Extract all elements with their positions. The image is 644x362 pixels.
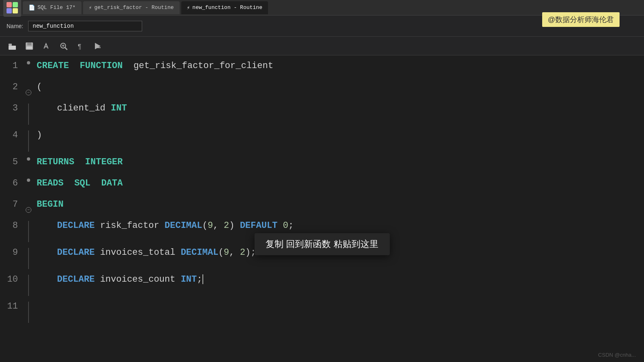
line-number-1: 1	[0, 55, 24, 77]
line-dot-6	[24, 173, 33, 182]
tab-sql-file-icon: 📄	[29, 4, 35, 11]
line-dot-11	[24, 296, 33, 323]
zoom-button[interactable]	[57, 40, 70, 53]
execute-button[interactable]	[91, 40, 104, 53]
code-line-10: 10 DECLARE invoices_count INT; 复制 回到新函数 …	[0, 269, 644, 296]
line-content-4: )	[33, 125, 644, 146]
code-line-5: 5 RETURNS INTEGER	[0, 152, 644, 173]
tab-new-function-label: new_function - Routine	[192, 4, 262, 11]
line-number-9: 9	[0, 242, 24, 263]
line-content-1: CREATE FUNCTION get_risk_factor_for_clie…	[33, 55, 644, 77]
line-number-2: 2	[0, 77, 24, 98]
code-area: 1 CREATE FUNCTION get_risk_factor_for_cl…	[0, 55, 644, 362]
csdn-watermark: CSDN @cnha...	[598, 352, 636, 358]
line-number-5: 5	[0, 152, 24, 173]
code-line-1: 1 CREATE FUNCTION get_risk_factor_for_cl…	[0, 55, 644, 77]
tab-new-function[interactable]: ⚡ new_function - Routine	[181, 1, 268, 14]
tab-sql-file-label: SQL File 17*	[37, 4, 76, 11]
svg-rect-4	[9, 44, 12, 46]
line-dot-3	[24, 98, 33, 125]
code-line-4: 4 )	[0, 125, 644, 152]
line-dot-2: −	[24, 77, 33, 95]
format-button[interactable]: ¶	[74, 40, 87, 53]
line-content-3: client_id INT	[33, 98, 644, 119]
name-input[interactable]	[28, 21, 142, 31]
line-dot-8	[24, 215, 33, 242]
collapse-btn-7[interactable]: −	[26, 207, 31, 213]
line-number-7: 7	[0, 194, 24, 215]
line-content-2: (	[33, 77, 644, 98]
svg-rect-3	[13, 8, 18, 13]
line-number-11: 11	[0, 296, 24, 317]
svg-text:¶: ¶	[78, 43, 81, 50]
tooltip-text: 复制 回到新函数 粘贴到这里	[266, 239, 378, 249]
line-content-10: DECLARE invoices_count INT;	[33, 269, 644, 290]
clear-button[interactable]	[40, 40, 53, 53]
app-logo	[3, 0, 21, 17]
line-dot-1	[24, 55, 33, 64]
tab-get-risk-factor[interactable]: ⚡ get_risk_factor - Routine	[83, 1, 180, 14]
line-dot-4	[24, 125, 33, 152]
tooltip: 复制 回到新函数 粘贴到这里	[254, 233, 389, 255]
code-line-7: 7 − BEGIN	[0, 194, 644, 215]
collapse-btn-2[interactable]: −	[26, 90, 31, 95]
tab-get-risk-factor-label: get_risk_factor - Routine	[94, 4, 174, 11]
name-label: Name:	[7, 23, 23, 29]
svg-marker-14	[95, 43, 101, 49]
line-dot-9	[24, 242, 33, 269]
toolbar: ¶	[0, 37, 644, 55]
code-line-6: 6 READS SQL DATA	[0, 173, 644, 194]
svg-rect-8	[26, 46, 32, 49]
line-content-5: RETURNS INTEGER	[33, 152, 644, 173]
tab-get-risk-factor-icon: ⚡	[89, 4, 92, 11]
code-line-3: 3 client_id INT	[0, 98, 644, 125]
code-line-11: 11	[0, 296, 644, 323]
svg-rect-7	[27, 42, 31, 45]
line-content-7: BEGIN	[33, 194, 644, 215]
line-dot-10	[24, 269, 33, 296]
svg-rect-2	[7, 8, 12, 13]
line-dot-5	[24, 152, 33, 161]
line-content-11	[33, 296, 644, 317]
line-number-6: 6	[0, 173, 24, 194]
csdn-text: CSDN @cnha...	[598, 352, 636, 358]
line-content-6: READS SQL DATA	[33, 173, 644, 194]
open-button[interactable]	[6, 40, 19, 53]
save-button[interactable]	[23, 40, 36, 53]
svg-line-10	[65, 47, 68, 50]
tab-sql-file[interactable]: 📄 SQL File 17*	[23, 1, 81, 14]
svg-rect-5	[9, 46, 16, 50]
code-line-2: 2 − (	[0, 77, 644, 98]
line-number-3: 3	[0, 98, 24, 119]
svg-rect-1	[13, 2, 18, 7]
line-dot-7: −	[24, 194, 33, 213]
line-number-8: 8	[0, 215, 24, 236]
line-number-4: 4	[0, 125, 24, 146]
tab-new-function-icon: ⚡	[187, 4, 190, 11]
watermark: @数据分析师海伦君	[542, 12, 620, 27]
svg-rect-0	[7, 2, 12, 7]
line-number-10: 10	[0, 269, 24, 290]
